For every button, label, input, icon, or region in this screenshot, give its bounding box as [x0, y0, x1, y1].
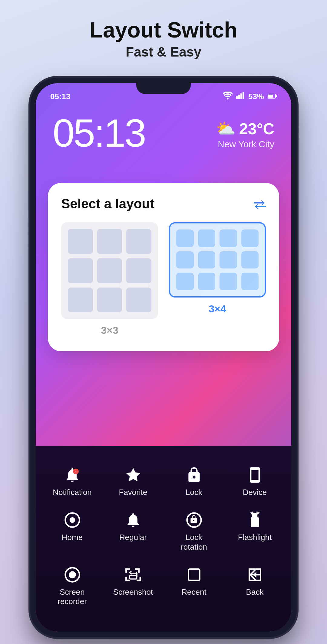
- flashlight-icon: [246, 512, 263, 529]
- lock-rotation-label: Lockrotation: [181, 533, 207, 551]
- regular-icon: [125, 512, 142, 529]
- flashlight-label: Flashlight: [238, 533, 272, 542]
- weather-emoji: ⛅: [216, 119, 236, 138]
- svg-point-17: [69, 571, 76, 578]
- layout-panel[interactable]: Select a layout: [48, 183, 279, 351]
- svg-rect-6: [276, 95, 277, 97]
- grid-cell: [220, 251, 237, 269]
- home-icon: [64, 512, 81, 529]
- svg-rect-3: [243, 92, 244, 99]
- clock-area: 05:13 ⛅ 23°C New York City: [36, 101, 291, 153]
- bottom-row-1: ! Notification Favorite: [42, 459, 285, 504]
- svg-point-10: [69, 517, 75, 523]
- grid-cell: [97, 229, 122, 254]
- grid-cell: [126, 288, 151, 313]
- grid-cell: [68, 229, 93, 254]
- big-clock: 05:13: [53, 113, 145, 153]
- status-time: 05:13: [50, 92, 71, 101]
- bottom-item-back[interactable]: Back: [224, 559, 285, 613]
- grid-cell: [97, 288, 122, 313]
- lock-label: Lock: [186, 488, 202, 497]
- favorite-icon: [125, 467, 142, 483]
- svg-rect-19: [188, 569, 200, 580]
- notification-icon: !: [64, 467, 81, 483]
- grid-cell: [241, 251, 259, 269]
- device-icon: [246, 467, 263, 483]
- weather-city: New York City: [218, 139, 274, 149]
- grid-cell: [220, 229, 237, 247]
- signal-icon: [236, 92, 245, 101]
- phone-notch: [136, 83, 191, 94]
- device-label: Device: [243, 488, 267, 497]
- panel-title: Select a layout: [61, 196, 154, 211]
- recent-label: Recent: [181, 587, 206, 597]
- grid-options: 3×3: [61, 222, 266, 336]
- svg-line-14: [251, 512, 252, 514]
- grid-cell: [68, 288, 93, 313]
- grid-label-3x4: 3×4: [209, 303, 226, 315]
- bottom-item-screen-recorder[interactable]: Screenrecorder: [42, 559, 103, 613]
- svg-point-11: [187, 513, 201, 527]
- bottom-item-screenshot[interactable]: Screenshot: [103, 559, 164, 613]
- svg-rect-5: [268, 95, 273, 98]
- svg-rect-0: [236, 96, 238, 99]
- grid-option-3x4[interactable]: 3×4: [169, 222, 266, 336]
- svg-line-15: [258, 512, 259, 514]
- weather-temperature: 23°C: [239, 120, 274, 138]
- bottom-bar: ! Notification Favorite: [36, 446, 291, 632]
- bottom-item-recent[interactable]: Recent: [164, 559, 224, 613]
- weather-widget: ⛅ 23°C New York City: [216, 119, 274, 149]
- screen-recorder-label: Screenrecorder: [58, 587, 87, 606]
- grid-preview-3x3: [61, 222, 158, 319]
- status-right: 53%: [223, 92, 277, 101]
- regular-label: Regular: [119, 533, 147, 542]
- bottom-item-device[interactable]: Device: [224, 459, 285, 504]
- recent-icon: [186, 566, 203, 583]
- grid-cell: [68, 258, 93, 283]
- bottom-item-lock[interactable]: Lock: [164, 459, 224, 504]
- bottom-item-favorite[interactable]: Favorite: [103, 459, 164, 504]
- notification-label: Notification: [53, 488, 92, 497]
- page-subtitle: Fast & Easy: [90, 44, 237, 60]
- battery-percent: 53%: [248, 92, 264, 101]
- bottom-item-notification[interactable]: ! Notification: [42, 459, 103, 504]
- grid-option-3x3[interactable]: 3×3: [61, 222, 158, 336]
- bottom-row-3: Screenrecorder Screenshot: [42, 559, 285, 613]
- wifi-icon: [223, 92, 233, 101]
- page-header: Layout Switch Fast & Easy: [90, 18, 237, 60]
- phone-wrapper: 05:13 53%: [30, 78, 297, 637]
- svg-rect-18: [130, 575, 137, 579]
- bottom-item-lock-rotation[interactable]: Lockrotation: [164, 504, 224, 559]
- grid-preview-3x4: [169, 222, 266, 298]
- back-icon: [246, 566, 263, 583]
- svg-rect-1: [238, 95, 240, 99]
- page-title: Layout Switch: [90, 18, 237, 42]
- screenshot-icon: [125, 566, 142, 583]
- grid-cell: [198, 229, 216, 247]
- favorite-label: Favorite: [119, 488, 147, 497]
- grid-cell: [176, 229, 194, 247]
- svg-rect-2: [240, 93, 242, 99]
- screen-recorder-icon: [64, 566, 81, 583]
- grid-label-3x3: 3×3: [101, 324, 118, 336]
- grid-cell: [241, 273, 259, 290]
- lock-icon: [186, 467, 203, 483]
- bottom-row-2: Home Regular: [42, 504, 285, 559]
- back-label: Back: [246, 587, 264, 597]
- bottom-item-home[interactable]: Home: [42, 504, 103, 559]
- svg-text:!: !: [75, 470, 76, 474]
- panel-header: Select a layout: [61, 196, 266, 211]
- grid-cell: [126, 229, 151, 254]
- grid-cell: [176, 251, 194, 269]
- lock-rotation-icon: [186, 512, 203, 529]
- grid-cell: [97, 258, 122, 283]
- grid-cell: [176, 273, 194, 290]
- battery-icon: [268, 92, 277, 101]
- grid-cell: [220, 273, 237, 290]
- phone-screen: 05:13 53%: [36, 83, 291, 632]
- weather-temp: ⛅ 23°C: [216, 119, 274, 138]
- bottom-item-regular[interactable]: Regular: [103, 504, 164, 559]
- grid-cell: [198, 251, 216, 269]
- bottom-item-flashlight[interactable]: Flashlight: [224, 504, 285, 559]
- switch-icon[interactable]: [254, 197, 266, 211]
